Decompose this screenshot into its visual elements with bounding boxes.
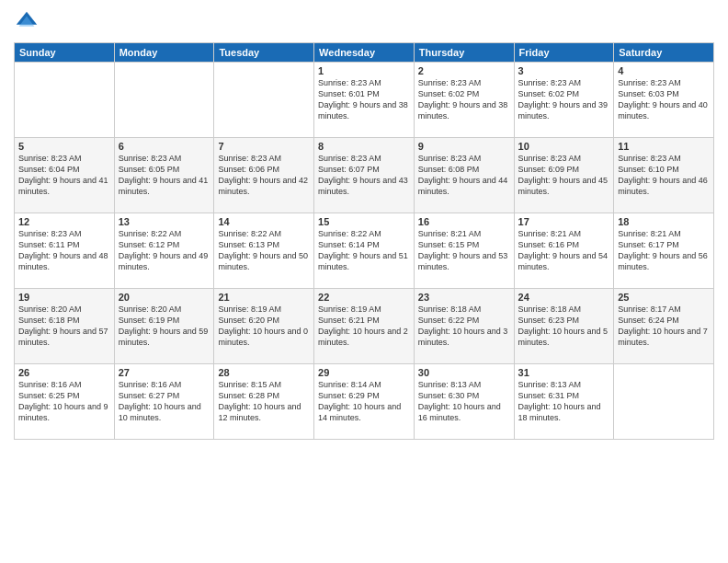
- day-number: 12: [18, 216, 110, 227]
- day-info: Sunrise: 8:23 AM Sunset: 6:01 PM Dayligh…: [318, 77, 410, 122]
- day-info: Sunrise: 8:20 AM Sunset: 6:18 PM Dayligh…: [18, 304, 110, 349]
- day-number: 5: [18, 141, 110, 152]
- day-number: 8: [318, 141, 410, 152]
- day-number: 1: [318, 65, 410, 76]
- calendar-day-16: 16Sunrise: 8:21 AM Sunset: 6:15 PM Dayli…: [414, 213, 514, 289]
- day-info: Sunrise: 8:23 AM Sunset: 6:05 PM Dayligh…: [119, 153, 210, 198]
- day-number: 7: [218, 141, 310, 152]
- day-info: Sunrise: 8:19 AM Sunset: 6:20 PM Dayligh…: [218, 304, 310, 349]
- day-number: 22: [318, 292, 410, 303]
- day-number: 25: [618, 292, 710, 303]
- day-number: 27: [119, 367, 210, 378]
- calendar-day-9: 9Sunrise: 8:23 AM Sunset: 6:08 PM Daylig…: [414, 138, 514, 213]
- calendar-day-15: 15Sunrise: 8:22 AM Sunset: 6:14 PM Dayli…: [314, 213, 415, 289]
- calendar-day-27: 27Sunrise: 8:16 AM Sunset: 6:27 PM Dayli…: [114, 364, 214, 440]
- day-info: Sunrise: 8:13 AM Sunset: 6:30 PM Dayligh…: [418, 379, 510, 424]
- day-number: 9: [418, 141, 510, 152]
- day-header-friday: Friday: [514, 43, 614, 63]
- day-info: Sunrise: 8:23 AM Sunset: 6:08 PM Dayligh…: [418, 153, 510, 198]
- calendar-day-30: 30Sunrise: 8:13 AM Sunset: 6:30 PM Dayli…: [414, 364, 514, 440]
- calendar-day-3: 3Sunrise: 8:23 AM Sunset: 6:02 PM Daylig…: [514, 63, 614, 138]
- calendar-week-row: 1Sunrise: 8:23 AM Sunset: 6:01 PM Daylig…: [15, 63, 714, 138]
- day-info: Sunrise: 8:16 AM Sunset: 6:25 PM Dayligh…: [18, 379, 110, 424]
- calendar-day-23: 23Sunrise: 8:18 AM Sunset: 6:22 PM Dayli…: [414, 289, 514, 364]
- day-number: 4: [618, 65, 710, 76]
- day-info: Sunrise: 8:21 AM Sunset: 6:15 PM Dayligh…: [418, 228, 510, 273]
- calendar-empty-cell: [214, 63, 314, 138]
- calendar-day-2: 2Sunrise: 8:23 AM Sunset: 6:02 PM Daylig…: [414, 63, 514, 138]
- calendar-day-21: 21Sunrise: 8:19 AM Sunset: 6:20 PM Dayli…: [214, 289, 314, 364]
- day-header-monday: Monday: [114, 43, 214, 63]
- calendar-day-6: 6Sunrise: 8:23 AM Sunset: 6:05 PM Daylig…: [114, 138, 214, 213]
- day-info: Sunrise: 8:20 AM Sunset: 6:19 PM Dayligh…: [119, 304, 210, 349]
- day-header-tuesday: Tuesday: [214, 43, 314, 63]
- day-number: 24: [518, 292, 610, 303]
- calendar-day-24: 24Sunrise: 8:18 AM Sunset: 6:23 PM Dayli…: [514, 289, 614, 364]
- calendar-day-17: 17Sunrise: 8:21 AM Sunset: 6:16 PM Dayli…: [514, 213, 614, 289]
- day-header-thursday: Thursday: [414, 43, 514, 63]
- day-info: Sunrise: 8:23 AM Sunset: 6:07 PM Dayligh…: [318, 153, 410, 198]
- day-number: 6: [119, 141, 210, 152]
- calendar-day-31: 31Sunrise: 8:13 AM Sunset: 6:31 PM Dayli…: [514, 364, 614, 440]
- day-number: 2: [418, 65, 510, 76]
- calendar-day-19: 19Sunrise: 8:20 AM Sunset: 6:18 PM Dayli…: [15, 289, 115, 364]
- day-info: Sunrise: 8:19 AM Sunset: 6:21 PM Dayligh…: [318, 304, 410, 349]
- calendar-week-row: 19Sunrise: 8:20 AM Sunset: 6:18 PM Dayli…: [15, 289, 714, 364]
- calendar-empty-cell: [614, 364, 714, 440]
- calendar: SundayMondayTuesdayWednesdayThursdayFrid…: [14, 42, 714, 440]
- calendar-day-12: 12Sunrise: 8:23 AM Sunset: 6:11 PM Dayli…: [15, 213, 115, 289]
- logo: [14, 9, 43, 35]
- calendar-week-row: 26Sunrise: 8:16 AM Sunset: 6:25 PM Dayli…: [15, 364, 714, 440]
- calendar-day-7: 7Sunrise: 8:23 AM Sunset: 6:06 PM Daylig…: [214, 138, 314, 213]
- day-number: 30: [418, 367, 510, 378]
- day-number: 16: [418, 216, 510, 227]
- day-number: 20: [119, 292, 210, 303]
- day-info: Sunrise: 8:13 AM Sunset: 6:31 PM Dayligh…: [518, 379, 610, 424]
- day-info: Sunrise: 8:21 AM Sunset: 6:16 PM Dayligh…: [518, 228, 610, 273]
- day-number: 17: [518, 216, 610, 227]
- day-number: 29: [318, 367, 410, 378]
- header: [14, 9, 714, 35]
- calendar-day-13: 13Sunrise: 8:22 AM Sunset: 6:12 PM Dayli…: [114, 213, 214, 289]
- day-info: Sunrise: 8:16 AM Sunset: 6:27 PM Dayligh…: [119, 379, 210, 424]
- day-info: Sunrise: 8:18 AM Sunset: 6:23 PM Dayligh…: [518, 304, 610, 349]
- day-info: Sunrise: 8:23 AM Sunset: 6:10 PM Dayligh…: [618, 153, 710, 198]
- calendar-day-29: 29Sunrise: 8:14 AM Sunset: 6:29 PM Dayli…: [314, 364, 415, 440]
- day-number: 13: [119, 216, 210, 227]
- day-info: Sunrise: 8:23 AM Sunset: 6:09 PM Dayligh…: [518, 153, 610, 198]
- day-info: Sunrise: 8:14 AM Sunset: 6:29 PM Dayligh…: [318, 379, 410, 424]
- calendar-day-25: 25Sunrise: 8:17 AM Sunset: 6:24 PM Dayli…: [614, 289, 714, 364]
- logo-icon: [14, 9, 40, 35]
- day-info: Sunrise: 8:22 AM Sunset: 6:13 PM Dayligh…: [218, 228, 310, 273]
- day-info: Sunrise: 8:22 AM Sunset: 6:14 PM Dayligh…: [318, 228, 410, 273]
- calendar-day-14: 14Sunrise: 8:22 AM Sunset: 6:13 PM Dayli…: [214, 213, 314, 289]
- day-header-sunday: Sunday: [15, 43, 115, 63]
- day-number: 26: [18, 367, 110, 378]
- calendar-day-4: 4Sunrise: 8:23 AM Sunset: 6:03 PM Daylig…: [614, 63, 714, 138]
- calendar-empty-cell: [114, 63, 214, 138]
- calendar-day-10: 10Sunrise: 8:23 AM Sunset: 6:09 PM Dayli…: [514, 138, 614, 213]
- page: SundayMondayTuesdayWednesdayThursdayFrid…: [0, 0, 728, 563]
- calendar-week-row: 5Sunrise: 8:23 AM Sunset: 6:04 PM Daylig…: [15, 138, 714, 213]
- calendar-day-8: 8Sunrise: 8:23 AM Sunset: 6:07 PM Daylig…: [314, 138, 415, 213]
- day-info: Sunrise: 8:23 AM Sunset: 6:04 PM Dayligh…: [18, 153, 110, 198]
- day-number: 3: [518, 65, 610, 76]
- calendar-week-row: 12Sunrise: 8:23 AM Sunset: 6:11 PM Dayli…: [15, 213, 714, 289]
- day-info: Sunrise: 8:21 AM Sunset: 6:17 PM Dayligh…: [618, 228, 710, 273]
- calendar-day-1: 1Sunrise: 8:23 AM Sunset: 6:01 PM Daylig…: [314, 63, 415, 138]
- day-info: Sunrise: 8:17 AM Sunset: 6:24 PM Dayligh…: [618, 304, 710, 349]
- day-info: Sunrise: 8:22 AM Sunset: 6:12 PM Dayligh…: [119, 228, 210, 273]
- day-info: Sunrise: 8:23 AM Sunset: 6:03 PM Dayligh…: [618, 77, 710, 122]
- day-number: 11: [618, 141, 710, 152]
- day-info: Sunrise: 8:23 AM Sunset: 6:11 PM Dayligh…: [18, 228, 110, 273]
- day-number: 14: [218, 216, 310, 227]
- calendar-day-22: 22Sunrise: 8:19 AM Sunset: 6:21 PM Dayli…: [314, 289, 415, 364]
- calendar-day-5: 5Sunrise: 8:23 AM Sunset: 6:04 PM Daylig…: [15, 138, 115, 213]
- calendar-day-11: 11Sunrise: 8:23 AM Sunset: 6:10 PM Dayli…: [614, 138, 714, 213]
- day-number: 15: [318, 216, 410, 227]
- day-header-saturday: Saturday: [614, 43, 714, 63]
- day-number: 19: [18, 292, 110, 303]
- calendar-day-18: 18Sunrise: 8:21 AM Sunset: 6:17 PM Dayli…: [614, 213, 714, 289]
- calendar-day-26: 26Sunrise: 8:16 AM Sunset: 6:25 PM Dayli…: [15, 364, 115, 440]
- day-number: 21: [218, 292, 310, 303]
